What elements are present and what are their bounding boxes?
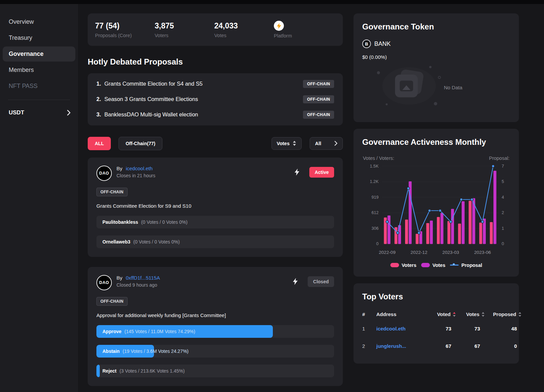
- filter-all-button[interactable]: ALL: [88, 137, 111, 150]
- hotly-proposal-title[interactable]: Season 3 Grants Committee Elections: [104, 96, 303, 102]
- table-row: 2 junglerush... 67 67 0: [362, 337, 510, 355]
- vote-option-reject[interactable]: Reject (3 Votes / 213.6K Votes 1.45%): [96, 365, 334, 377]
- hotly-debated-title: Hotly Debated Proposals: [88, 57, 343, 67]
- offchain-badge: OFF-CHAIN: [303, 95, 334, 103]
- stats-card: 77 (54) Proposals (Core) 3,875 Voters 24…: [88, 13, 343, 46]
- svg-text:2: 2: [502, 210, 504, 215]
- hotly-item-1[interactable]: 1. Grants Committe Election for S4 and S…: [88, 76, 343, 92]
- svg-text:1: 1: [502, 226, 504, 231]
- sidebar-item-overview[interactable]: Overview: [3, 14, 75, 29]
- voter-address-link[interactable]: junglerush...: [376, 343, 426, 349]
- option-name: Ornellaweb3: [102, 239, 130, 244]
- svg-text:2022-09: 2022-09: [379, 250, 395, 255]
- voter-votes: 73: [458, 326, 487, 331]
- top-voters-table: # Address Voted Votes: [362, 309, 510, 355]
- option-name: Abstain: [102, 349, 120, 354]
- option-name: Reject: [102, 368, 116, 374]
- voter-proposed: 48: [487, 326, 524, 331]
- sort-arrows-icon: [453, 312, 456, 317]
- sort-by-votes-dropdown[interactable]: Votes: [271, 137, 302, 150]
- by-label: By: [116, 275, 123, 281]
- header-proposed-sort[interactable]: Proposed: [487, 311, 524, 317]
- proposal-header: DAO By 0xffD1f...5115A Closed 9 hours ag…: [96, 275, 334, 290]
- sort-arrows-icon: [481, 312, 485, 317]
- svg-text:2022-12: 2022-12: [410, 250, 427, 255]
- author-link[interactable]: icedcool.eth: [126, 166, 153, 171]
- legend-votes[interactable]: Votes: [421, 263, 445, 268]
- voter-proposed: 0: [487, 343, 524, 349]
- sidebar-item-nft-pass[interactable]: NFT PASS: [3, 79, 75, 94]
- offchain-badge: OFF-CHAIN: [303, 111, 334, 119]
- header-voted-sort[interactable]: Voted: [426, 311, 458, 317]
- sort-label: Votes: [277, 141, 290, 146]
- legend-proposal[interactable]: Proposal: [450, 263, 482, 268]
- header-voted-label: Voted: [437, 311, 451, 317]
- proposals-label: Proposals (Core): [95, 33, 155, 38]
- voter-address-link[interactable]: icedcool.eth: [376, 326, 426, 331]
- stat-platform: Platform: [274, 21, 333, 38]
- dao-avatar: DAO: [96, 275, 112, 290]
- lightning-icon: [293, 278, 298, 285]
- svg-text:0: 0: [376, 241, 379, 246]
- no-data-illustration: No Data: [362, 63, 510, 113]
- top-black-bar: [0, 0, 544, 4]
- sort-arrows-icon: [518, 312, 522, 317]
- svg-text:7: 7: [502, 164, 504, 169]
- proposal-title[interactable]: Approval for additional weekly funding […: [96, 312, 334, 318]
- activeness-card: Governance Activeness Monthly Votes / Vo…: [354, 129, 519, 277]
- hotly-item-3[interactable]: 3. BanklessDAO Multi-sig Wallet election…: [88, 107, 343, 122]
- stat-proposals: 77 (54) Proposals (Core): [95, 21, 155, 38]
- voters-swatch-icon: [390, 263, 399, 267]
- token-row[interactable]: B BANK: [362, 39, 510, 48]
- stat-voters: 3,875 Voters: [155, 21, 214, 38]
- vote-option-abstain[interactable]: Abstain (19 Votes / 3.6M Votes 24.27%): [96, 345, 334, 358]
- sidebar-item-usdt[interactable]: USDT: [0, 100, 78, 116]
- voter-rank: 2: [362, 343, 376, 349]
- dao-avatar: DAO: [96, 166, 112, 181]
- header-address: Address: [376, 311, 426, 317]
- usdt-label: USDT: [9, 109, 24, 116]
- hotly-proposal-title[interactable]: Grants Committe Election for S4 and S5: [104, 81, 303, 87]
- offchain-badge: OFF-CHAIN: [96, 297, 128, 306]
- sidebar-item-members[interactable]: Members: [3, 63, 75, 78]
- hotly-item-2[interactable]: 2. Season 3 Grants Committee Elections O…: [88, 92, 343, 107]
- status-badge-closed: Closed: [308, 276, 334, 287]
- filter-offchain-button[interactable]: Off-Chain(77): [119, 137, 162, 150]
- header-rank: #: [362, 311, 376, 317]
- governance-token-title: Governance Token: [362, 22, 510, 31]
- option-votes: (145 Votes / 11.0M Votes 74.29%): [125, 329, 195, 334]
- legend-votes-label: Votes: [433, 263, 445, 268]
- svg-text:4: 4: [502, 195, 504, 200]
- table-row: 1 icedcool.eth 73 73 48: [362, 320, 510, 337]
- offchain-badge: OFF-CHAIN: [303, 80, 334, 88]
- legend-proposal-label: Proposal: [461, 263, 482, 268]
- hotly-proposal-title[interactable]: BanklessDAO Multi-sig Wallet election: [104, 111, 303, 118]
- chevron-right-icon: [334, 141, 337, 146]
- header-votes-sort[interactable]: Votes: [458, 311, 487, 317]
- sidebar-item-governance[interactable]: Governance: [3, 46, 75, 62]
- vote-option-ornellaweb3[interactable]: Ornellaweb3 (0 Votes / 0 Votes 0%): [96, 235, 334, 248]
- vote-option-approve[interactable]: Approve (145 Votes / 11.0M Votes 74.29%): [96, 325, 334, 338]
- voter-voted: 73: [426, 326, 458, 331]
- vote-option-paulitobankless[interactable]: Paulitobankless (0 Votes / 0 Votes 0%): [96, 216, 334, 228]
- scope-all-dropdown[interactable]: All: [310, 137, 343, 150]
- proposal-card-2: DAO By 0xffD1f...5115A Closed 9 hours ag…: [88, 267, 343, 386]
- proposal-header: DAO By icedcool.eth Closes in 21 hours A…: [96, 166, 334, 181]
- svg-text:5: 5: [502, 179, 504, 184]
- main-content: 77 (54) Proposals (Core) 3,875 Voters 24…: [88, 4, 343, 392]
- option-name: Paulitobankless: [102, 219, 138, 225]
- votes-swatch-icon: [421, 263, 430, 267]
- svg-text:0: 0: [502, 241, 504, 246]
- option-votes: (3 Votes / 213.6K Votes 1.45%): [120, 368, 185, 374]
- status-badge-active: Active: [309, 167, 334, 178]
- proposal-title[interactable]: Grants Committee Election for S9 and S10: [96, 203, 334, 209]
- no-data-label: No Data: [444, 85, 462, 90]
- sidebar-item-treasury[interactable]: Treasury: [3, 30, 75, 45]
- right-column: Governance Token B BANK $0 (0.00%) No Da…: [354, 4, 519, 392]
- author-link[interactable]: 0xffD1f...5115A: [126, 275, 160, 281]
- legend-voters[interactable]: Voters: [390, 263, 416, 268]
- sort-arrows-icon: [293, 141, 296, 146]
- offchain-badge: OFF-CHAIN: [96, 188, 128, 196]
- hotly-rank: 2.: [96, 96, 101, 102]
- left-axis-caption: Votes / Voters:: [363, 156, 394, 161]
